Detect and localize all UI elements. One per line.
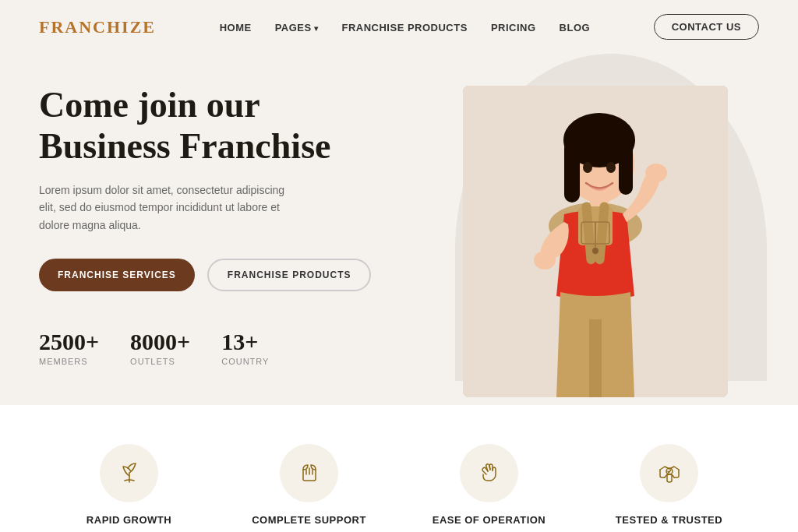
stat-members-label: MEMBERS bbox=[39, 357, 99, 366]
nav-link-blog[interactable]: BLOG bbox=[560, 22, 591, 33]
stat-members: 2500+ MEMBERS bbox=[39, 329, 99, 366]
contact-button[interactable]: CONTACT US bbox=[654, 14, 759, 40]
stat-outlets: 8000+ OUTLETS bbox=[130, 329, 190, 366]
svg-rect-6 bbox=[619, 140, 633, 195]
svg-point-7 bbox=[583, 162, 592, 173]
hands-icon bbox=[295, 459, 323, 487]
hero-person-image bbox=[463, 86, 728, 397]
ease-of-operation-icon-wrap bbox=[460, 444, 518, 502]
hero-buttons: FRANCHISE SERVICES FRANCHISE PRODUCTS bbox=[39, 259, 432, 291]
franchise-products-button[interactable]: FRANCHISE PRODUCTS bbox=[207, 259, 372, 291]
feature-rapid-growth: RAPID GROWTH Lorem ipsum dolor sit amet … bbox=[59, 444, 200, 532]
hero-section: Come join our Business Franchise Lorem i… bbox=[0, 54, 798, 397]
nav-links: HOME PAGES FRANCHISE PRODUCTS PRICING BL… bbox=[220, 20, 590, 34]
nav-link-home[interactable]: HOME bbox=[220, 22, 252, 33]
feature-complete-support: COMPLETE SUPPORT Lorem ipsum dolor sit a… bbox=[239, 444, 380, 532]
nav-link-franchise-products[interactable]: FRANCHISE PRODUCTS bbox=[341, 22, 467, 33]
tested-trusted-icon-wrap bbox=[640, 444, 698, 502]
svg-point-14 bbox=[645, 164, 667, 182]
feature-complete-support-title: COMPLETE SUPPORT bbox=[252, 514, 366, 526]
feature-rapid-growth-title: RAPID GROWTH bbox=[87, 514, 171, 526]
svg-point-15 bbox=[534, 251, 556, 270]
stat-members-number: 2500+ bbox=[39, 329, 99, 355]
stat-outlets-number: 8000+ bbox=[130, 329, 190, 355]
feature-ease-of-operation-title: EASE OF OPERATION bbox=[433, 514, 546, 526]
nav-item-blog[interactable]: BLOG bbox=[560, 20, 591, 34]
nav-item-pricing[interactable]: PRICING bbox=[491, 20, 536, 34]
svg-rect-5 bbox=[564, 140, 580, 203]
complete-support-icon-wrap bbox=[280, 444, 338, 502]
stat-country-number: 13+ bbox=[221, 329, 269, 355]
hero-stats: 2500+ MEMBERS 8000+ OUTLETS 13+ COUNTRY bbox=[39, 329, 432, 366]
franchise-services-button[interactable]: FRANCHISE SERVICES bbox=[39, 259, 195, 291]
nav-link-pricing[interactable]: PRICING bbox=[491, 22, 536, 33]
stat-country-label: COUNTRY bbox=[221, 357, 269, 366]
logo[interactable]: FRANCHIZE bbox=[39, 17, 156, 37]
hero-left: Come join our Business Franchise Lorem i… bbox=[39, 54, 432, 397]
nav-item-franchise-products[interactable]: FRANCHISE PRODUCTS bbox=[341, 20, 467, 34]
plant-icon bbox=[115, 459, 143, 487]
features-section: RAPID GROWTH Lorem ipsum dolor sit amet … bbox=[0, 405, 798, 532]
person-illustration bbox=[463, 86, 728, 397]
stat-country: 13+ COUNTRY bbox=[221, 329, 269, 366]
gesture-icon bbox=[475, 459, 503, 487]
handshake-icon bbox=[655, 459, 683, 487]
svg-point-8 bbox=[606, 162, 616, 173]
nav-link-pages[interactable]: PAGES bbox=[275, 22, 319, 33]
feature-tested-trusted: TESTED & TRUSTED Lorem ipsum dolor sit a… bbox=[599, 444, 740, 532]
nav-item-pages[interactable]: PAGES bbox=[275, 20, 319, 34]
hero-description: Lorem ipsum dolor sit amet, consectetur … bbox=[39, 181, 296, 234]
hero-right bbox=[432, 54, 759, 397]
rapid-growth-icon-wrap bbox=[100, 444, 158, 502]
navbar: FRANCHIZE HOME PAGES FRANCHISE PRODUCTS … bbox=[0, 0, 798, 54]
nav-item-home[interactable]: HOME bbox=[220, 20, 252, 34]
svg-rect-13 bbox=[589, 319, 602, 397]
feature-ease-of-operation: EASE OF OPERATION Lorem ipsum dolor sit … bbox=[419, 444, 560, 532]
feature-tested-trusted-title: TESTED & TRUSTED bbox=[616, 514, 722, 526]
stat-outlets-label: OUTLETS bbox=[130, 357, 190, 366]
svg-point-17 bbox=[592, 248, 598, 254]
hero-title: Come join our Business Franchise bbox=[39, 85, 432, 167]
